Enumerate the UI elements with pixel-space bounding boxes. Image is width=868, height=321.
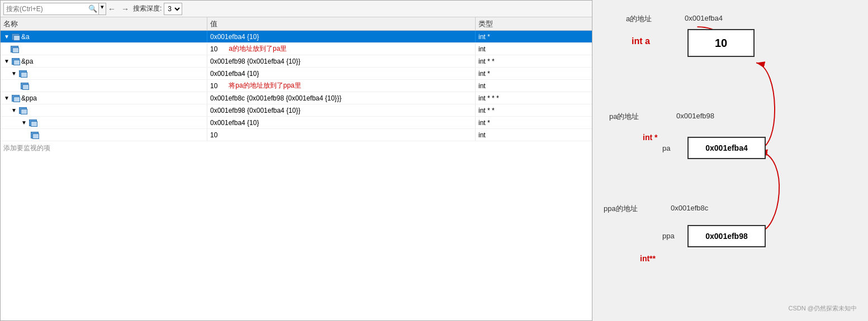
annotation-2: 将pa的地址放到了ppa里: [229, 81, 301, 90]
row-type-a: int *: [476, 31, 592, 42]
row-type-pa-val2: int: [476, 80, 592, 92]
a-addr-label: a的地址: [626, 14, 652, 24]
depth-select[interactable]: 3 1 2 4 5: [164, 3, 182, 15]
pa-type-label: int *: [643, 133, 657, 142]
table-row[interactable]: ▼ &ppa 0x001efb8c {0x001efb98 {0x001efba…: [1, 92, 592, 104]
table-row[interactable]: 10 int: [1, 129, 592, 141]
row-type-a-val: int: [476, 43, 592, 55]
header-value: 值: [207, 17, 476, 30]
a-addr-value: 0x001efba4: [685, 14, 723, 22]
row-type-pa: int * *: [476, 55, 592, 67]
a-value-box: 10: [687, 29, 755, 57]
var-name-ppa: &ppa: [21, 94, 37, 102]
row-name-ppa-val3: [1, 129, 207, 141]
search-box[interactable]: 🔍 ▾: [3, 3, 104, 15]
table-header: 名称 值 类型: [1, 17, 592, 31]
toolbar: 🔍 ▾ ← → 搜索深度: 3 1 2 4 5: [1, 1, 592, 17]
row-value-a-val: 10 a的地址放到了pa里: [207, 43, 476, 55]
pa-addr-value: 0x001efb98: [676, 112, 714, 120]
expand-icon[interactable]: ▼: [11, 107, 17, 114]
row-value-pa-val2: 10 将pa的地址放到了ppa里: [207, 80, 476, 92]
row-name-ppa-val2: ▼: [1, 117, 207, 128]
table-row[interactable]: ▼ 0x001efba4 {10} int *: [1, 68, 592, 80]
expand-icon[interactable]: ▼: [3, 95, 10, 102]
table-row[interactable]: ▼ &pa 0x001efb98 {0x001efba4 {10}} int *…: [1, 55, 592, 68]
table-body: ▼ &a 0x001efba4 {10} int *: [1, 31, 592, 320]
ppa-type-label: int**: [640, 254, 656, 263]
row-value-ppa-val: 0x001efb98 {0x001efba4 {10}}: [207, 104, 476, 116]
header-name: 名称: [1, 17, 207, 30]
table-row[interactable]: 10 a的地址放到了pa里 int: [1, 43, 592, 55]
row-value-pa-val: 0x001efba4 {10}: [207, 68, 476, 79]
ppa-addr-label: ppa的地址: [604, 204, 638, 214]
table-row[interactable]: 10 将pa的地址放到了ppa里 int: [1, 80, 592, 92]
row-name-pa-val2: [1, 80, 207, 92]
header-type: 类型: [476, 17, 592, 30]
row-type-pa-val: int *: [476, 68, 592, 79]
row-value-ppa-val2: 0x001efba4 {10}: [207, 117, 476, 128]
expand-icon[interactable]: ▼: [11, 70, 17, 77]
add-watch[interactable]: 添加要监视的项: [1, 141, 592, 155]
table-row[interactable]: ▼ 0x001efba4 {10} int *: [1, 117, 592, 129]
table-row[interactable]: ▼ &a 0x001efba4 {10} int *: [1, 31, 592, 43]
row-value-ppa: 0x001efb8c {0x001efb98 {0x001efba4 {10}}…: [207, 92, 476, 104]
pa-value-box: 0x001efba4: [687, 137, 766, 159]
search-dropdown[interactable]: ▾: [98, 3, 106, 15]
ppa-var-label: ppa: [662, 232, 675, 240]
row-value-ppa-val3: 10: [207, 129, 476, 141]
var-name-pa: &pa: [21, 58, 33, 65]
annotation-1: a的地址放到了pa里: [229, 44, 287, 54]
pa-var-label: pa: [662, 144, 670, 152]
pa-addr-label: pa的地址: [609, 112, 639, 122]
row-value-a: 0x001efba4 {10}: [207, 31, 476, 42]
row-name-a: ▼ &a: [1, 31, 207, 42]
expand-icon[interactable]: ▼: [21, 119, 27, 126]
row-type-ppa-val2: int *: [476, 117, 592, 128]
row-name-pa-val: ▼: [1, 68, 207, 79]
row-type-ppa: int * * *: [476, 92, 592, 104]
memory-diagram-panel: a的地址 0x001efba4 int a 10 pa的地址 0x001efb9…: [592, 0, 868, 321]
watch-window: 🔍 ▾ ← → 搜索深度: 3 1 2 4 5 名称 值 类型 ▼: [0, 0, 592, 321]
back-button[interactable]: ←: [106, 4, 117, 13]
row-name-pa: ▼ &pa: [1, 55, 207, 67]
var-name-a: &a: [21, 33, 30, 41]
ppa-value-box: 0x001efb98: [687, 225, 766, 247]
row-name-ppa-val: ▼: [1, 104, 207, 116]
row-name-a-val: [1, 43, 207, 55]
search-icon[interactable]: 🔍: [87, 4, 98, 13]
search-input[interactable]: [6, 5, 87, 13]
row-type-ppa-val: int * *: [476, 104, 592, 116]
row-type-ppa-val3: int: [476, 129, 592, 141]
watermark: CSDN @仍然探索未知中: [789, 304, 857, 313]
depth-label: 搜索深度:: [133, 4, 162, 13]
row-value-pa: 0x001efb98 {0x001efba4 {10}}: [207, 55, 476, 67]
expand-icon[interactable]: ▼: [3, 33, 10, 40]
ppa-addr-value: 0x001efb8c: [671, 204, 708, 212]
table-row[interactable]: ▼ 0x001efb98 {0x001efba4 {10}} int * *: [1, 104, 592, 117]
memory-diagram: a的地址 0x001efba4 int a 10 pa的地址 0x001efb9…: [598, 6, 862, 315]
a-type-label: int a: [632, 36, 650, 46]
row-name-ppa: ▼ &ppa: [1, 92, 207, 104]
expand-icon[interactable]: ▼: [3, 58, 10, 65]
forward-button[interactable]: →: [120, 4, 131, 13]
